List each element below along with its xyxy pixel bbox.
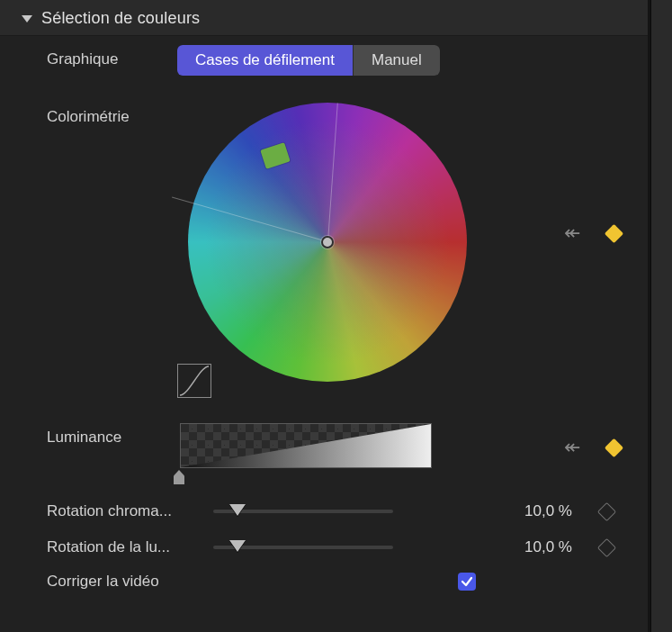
reset-arrow-icon[interactable]: ↞ — [564, 436, 575, 459]
disclosure-triangle-icon[interactable] — [22, 15, 32, 23]
curve-icon[interactable] — [177, 364, 211, 398]
rotation-luma-label: Rotation de la lu... — [47, 538, 213, 556]
graphique-label: Graphique — [47, 45, 177, 68]
keyframe-diamond-icon[interactable] — [597, 501, 616, 520]
keyframe-diamond-icon[interactable] — [605, 438, 623, 456]
rotation-luma-slider[interactable] — [213, 537, 393, 558]
corriger-video-checkbox[interactable] — [458, 573, 476, 591]
slider-thumb[interactable] — [229, 504, 246, 516]
rotation-chroma-slider[interactable] — [213, 501, 393, 522]
slider-thumb[interactable] — [229, 540, 246, 552]
luminance-label: Luminance — [47, 423, 177, 447]
right-edge-strip — [650, 0, 672, 632]
segment-manuel[interactable]: Manuel — [353, 45, 440, 76]
keyframe-diamond-icon[interactable] — [597, 537, 616, 556]
graphique-segmented-control[interactable]: Cases de défilement Manuel — [177, 45, 440, 76]
section-header[interactable]: Sélection de couleurs — [0, 0, 648, 36]
segment-cases-de-defilement[interactable]: Cases de défilement — [177, 45, 353, 76]
color-wheel[interactable] — [188, 103, 467, 382]
colorimetrie-label: Colorimétrie — [47, 103, 177, 126]
rotation-chroma-value[interactable]: 10,0 % — [491, 502, 572, 520]
reset-arrow-icon[interactable]: ↞ — [564, 221, 575, 245]
corriger-video-label: Corriger la vidéo — [47, 573, 213, 591]
rotation-luma-value[interactable]: 10,0 % — [491, 538, 572, 556]
keyframe-diamond-icon[interactable] — [605, 223, 623, 242]
section-title: Sélection de couleurs — [41, 9, 200, 28]
checkmark-icon — [461, 575, 473, 588]
color-wheel-center-handle[interactable] — [321, 236, 334, 248]
rotation-chroma-label: Rotation chroma... — [47, 502, 213, 520]
luminance-gradient-slider[interactable] — [180, 423, 432, 468]
